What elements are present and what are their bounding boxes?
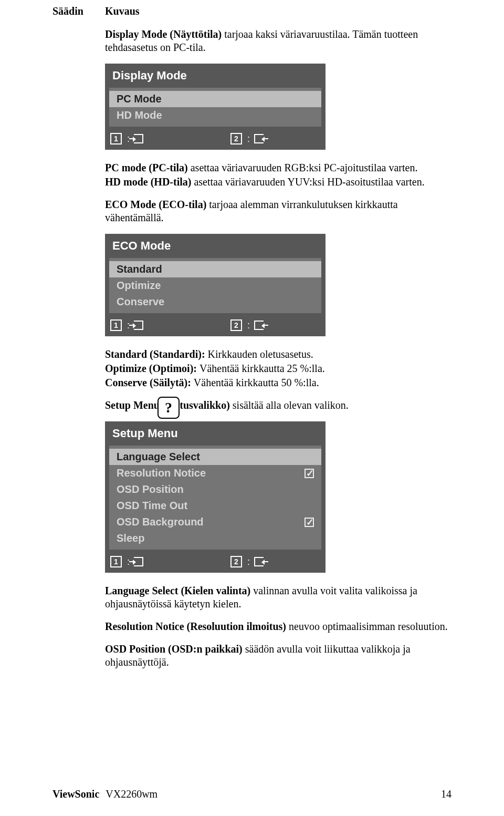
enter-icon [254,321,264,330]
paragraph-setup-menu: Setup Menu (asetusvalikko) sisältää alla… [105,399,452,412]
paragraph-standard: Standard (Standardi): Kirkkauden oletusa… [105,348,452,361]
key-1: 1 [110,319,122,331]
exit-icon [134,321,143,330]
osd-title: ECO Mode [105,234,326,258]
term-conserve: Conserve (Säilytä): [105,377,194,388]
term-display-mode: Display Mode (Näyttötila) [105,28,224,40]
colon: : [247,133,250,144]
osd-item-sleep[interactable]: Sleep [109,530,321,546]
paragraph-optimize: Optimize (Optimoi): Vähentää kirkkautta … [105,362,452,375]
body-text: asettaa väriavaruuden RGB:ksi PC-ajoitus… [191,162,418,173]
paragraph-pc-mode: PC mode (PC-tila) asettaa väriavaruuden … [105,161,452,174]
osd-item-label: OSD Background [117,516,204,528]
osd-item-standard[interactable]: Standard [109,261,321,277]
term-optimize: Optimize (Optimoi): [105,363,200,374]
enter-icon [254,134,264,143]
key-1: 1 [110,133,122,144]
osd-item-label: Sleep [117,532,144,544]
osd-item-resolution-notice[interactable]: Resolution Notice [109,465,321,481]
osd-title: Display Mode [105,64,326,88]
body-text: neuvoo optimaalisimman resoluution. [289,621,448,632]
body-text: sisältää alla olevan valikon. [233,399,349,411]
paragraph-language-select: Language Select (Kielen valinta) valinna… [105,584,452,611]
key-2: 2 [230,133,242,144]
term-pc-mode: PC mode (PC-tila) [105,162,191,173]
osd-footer: 1 : 2 : [105,317,326,336]
paragraph-display-mode: Display Mode (Näyttötila) tarjoaa kaksi … [105,28,452,54]
paragraph-conserve: Conserve (Säilytä): Vähentää kirkkautta … [105,376,452,389]
qmark-text: ? [165,399,172,416]
body-text: Vähentää kirkkautta 50 %:lla. [194,377,319,388]
paragraph-osd-position: OSD Position (OSD:n paikkai) säädön avul… [105,643,452,669]
checkbox-icon [304,518,314,527]
page-footer: ViewSonic VX2260wm 14 [52,788,452,800]
key-2: 2 [230,556,242,567]
question-mark-icon: ? [158,397,180,419]
osd-item-label: OSD Position [117,483,184,495]
enter-icon [254,557,264,566]
osd-item-optimize[interactable]: Optimize [109,277,321,294]
osd-item-osd-position[interactable]: OSD Position [109,481,321,498]
key-2: 2 [230,319,242,331]
body-text: asettaa väriavaruuden YUV:ksi HD-asoitus… [194,176,424,188]
term-standard: Standard (Standardi): [105,348,208,360]
term-hd-mode: HD mode (HD-tila) [105,176,194,188]
term-resolution-notice: Resolution Notice (Resoluution ilmoitus) [105,621,289,632]
osd-item-language-select[interactable]: Language Select [109,449,321,465]
osd-setup-menu: Setup Menu Language Select Resolution No… [105,421,326,573]
osd-item-label: Language Select [117,451,200,463]
body-text: Kirkkauden oletusasetus. [208,348,313,360]
exit-icon [134,134,143,143]
osd-item-label: OSD Time Out [117,500,187,512]
osd-title: Setup Menu [105,421,326,446]
osd-item-osd-timeout[interactable]: OSD Time Out [109,498,321,514]
model-name: VX2260wm [106,788,158,800]
osd-item-label: Resolution Notice [117,467,206,479]
osd-display-mode-menu: Display Mode PC Mode HD Mode 1 : 2 : [105,64,326,150]
osd-item-hd-mode[interactable]: HD Mode [109,107,321,123]
paragraph-resolution-notice: Resolution Notice (Resoluution ilmoitus)… [105,620,452,633]
col-header-description: Kuvaus [105,5,452,17]
term-eco-mode: ECO Mode (ECO-tila) [105,199,209,210]
osd-item-conserve[interactable]: Conserve [109,294,321,310]
osd-eco-mode-menu: ECO Mode Standard Optimize Conserve 1 : … [105,234,326,336]
colon: : [247,320,250,331]
term-language-select: Language Select (Kielen valinta) [105,585,253,596]
osd-item-osd-background[interactable]: OSD Background [109,514,321,530]
colon: : [247,556,250,567]
col-header-control: Säädin [52,5,105,17]
osd-footer: 1 : 2 : [105,131,326,150]
brand-name: ViewSonic [52,788,99,800]
table-header: Säädin Kuvaus [52,5,452,17]
checkbox-icon [304,469,314,478]
osd-footer: 1 : 2 : [105,554,326,573]
paragraph-hd-mode: HD mode (HD-tila) asettaa väriavaruuden … [105,175,452,189]
exit-icon [134,557,143,566]
body-text: Vähentää kirkkautta 25 %:lla. [200,363,325,374]
term-osd-position: OSD Position (OSD:n paikkai) [105,643,245,655]
key-1: 1 [110,556,122,567]
osd-item-pc-mode[interactable]: PC Mode [109,91,321,107]
paragraph-eco-mode: ECO Mode (ECO-tila) tarjoaa alemman virr… [105,198,452,224]
description-column: Display Mode (Näyttötila) tarjoaa kaksi … [105,28,452,669]
page-number: 14 [441,788,452,800]
